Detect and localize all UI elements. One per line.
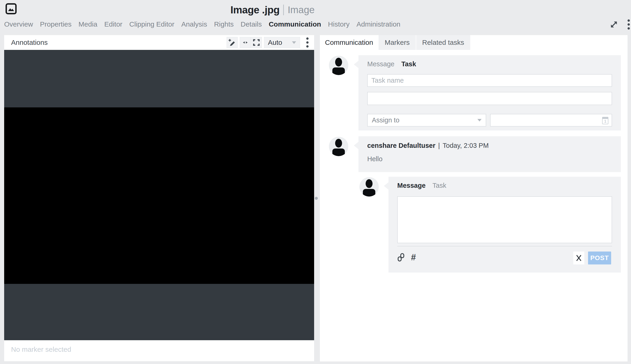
expand-arrows-icon: [609, 20, 619, 30]
header-menu-button[interactable]: [623, 19, 631, 30]
add-hashtag-button[interactable]: #: [408, 251, 418, 264]
due-date-input[interactable]: 1: [490, 114, 612, 126]
nav-tab-clipping-editor[interactable]: Clipping Editor: [129, 20, 174, 28]
page-title: Image .jpg Image: [180, 3, 365, 17]
nav-tab-overview[interactable]: Overview: [4, 20, 33, 28]
fit-width-button[interactable]: [240, 37, 251, 48]
mode-message[interactable]: Message: [367, 60, 394, 68]
zoom-level-select[interactable]: Auto: [264, 37, 300, 48]
task-composer: Message Task Assign to 1: [358, 55, 621, 130]
marker-status-text: No marker selected: [11, 340, 71, 361]
asset-type-label: Image: [288, 4, 314, 16]
mode-message[interactable]: Message: [397, 182, 426, 190]
avatar: [360, 177, 379, 196]
task-description-input[interactable]: [367, 92, 612, 105]
calendar-icon: 1: [602, 117, 608, 124]
communication-panel: Communication Markers Related tasks Mess…: [320, 35, 628, 362]
viewer-toolbar: Auto: [226, 37, 311, 48]
mode-task[interactable]: Task: [432, 182, 446, 190]
message-meta-divider: |: [438, 142, 440, 150]
nav-tab-history[interactable]: History: [328, 20, 350, 28]
composer-mode-toggle: Message Task: [367, 60, 416, 68]
asset-title: Image .jpg: [230, 4, 280, 16]
avatar: [329, 137, 348, 156]
avatar: [329, 56, 348, 75]
communication-tab-bar: Communication Markers Related tasks: [320, 35, 628, 50]
chevron-down-icon: [292, 41, 296, 44]
add-annotation-button[interactable]: [226, 37, 238, 48]
assign-to-label: Assign to: [372, 116, 399, 124]
message-author: censhare Defaultuser: [367, 142, 435, 150]
message-timestamp: Today, 2:03 PM: [443, 142, 489, 150]
tab-related-tasks[interactable]: Related tasks: [416, 35, 470, 50]
annotations-footer: No marker selected: [4, 340, 314, 361]
post-button[interactable]: POST: [588, 252, 611, 264]
fullscreen-brackets-icon: [252, 38, 261, 47]
avatar-person-icon: [366, 179, 372, 188]
tab-markers[interactable]: Markers: [378, 35, 416, 50]
nav-tab-communication[interactable]: Communication: [268, 20, 321, 28]
nav-tab-editor[interactable]: Editor: [104, 20, 122, 28]
avatar-person-icon: [335, 139, 342, 148]
nav-tab-media[interactable]: Media: [78, 20, 98, 28]
title-divider: [283, 4, 284, 15]
mode-task[interactable]: Task: [402, 60, 416, 68]
nav-tab-analysis[interactable]: Analysis: [181, 20, 207, 28]
annotations-panel-title: Annotations: [11, 35, 48, 50]
nav-tab-rights[interactable]: Rights: [214, 20, 234, 28]
close-x-icon: [575, 254, 582, 262]
chevron-down-icon: [478, 119, 482, 122]
kebab-menu-icon: [306, 38, 308, 48]
attach-link-button[interactable]: [396, 251, 406, 264]
nav-tab-administration[interactable]: Administration: [356, 20, 400, 28]
viewer-menu-button[interactable]: [304, 38, 311, 48]
composer-mode-toggle: Message Task: [397, 182, 446, 190]
asset-nav: Overview Properties Media Editor Clippin…: [4, 20, 400, 29]
image-asset-icon: [5, 3, 17, 15]
cancel-button[interactable]: [573, 252, 584, 264]
annotation-viewer-canvas[interactable]: [4, 50, 314, 340]
fullscreen-button[interactable]: [251, 37, 262, 48]
message-item: censhare Defaultuser | Today, 2:03 PM He…: [358, 136, 621, 172]
image-preview[interactable]: [4, 108, 314, 284]
nav-tab-details[interactable]: Details: [241, 20, 262, 28]
fit-width-icon: [241, 38, 250, 47]
assign-to-select[interactable]: Assign to: [367, 114, 486, 126]
composer-divider: [397, 246, 612, 246]
message-body-textarea[interactable]: [397, 196, 612, 243]
viewer-fit-group: [240, 37, 262, 48]
message-text: Hello: [367, 155, 382, 163]
zoom-level-value: Auto: [268, 38, 282, 46]
annotations-panel: Annotations Auto: [4, 35, 314, 361]
tab-communication[interactable]: Communication: [320, 35, 378, 50]
link-chain-icon: [396, 252, 405, 262]
pencil-plus-icon: [228, 38, 237, 47]
task-name-input[interactable]: [367, 74, 612, 87]
panel-splitter-handle[interactable]: [315, 197, 318, 200]
expand-fullscreen-button[interactable]: [608, 19, 620, 30]
nav-tab-properties[interactable]: Properties: [40, 20, 72, 28]
reply-composer: Message Task # POST: [388, 177, 621, 272]
avatar-person-icon: [335, 58, 342, 66]
kebab-menu-icon: [628, 20, 630, 30]
message-header: censhare Defaultuser | Today, 2:03 PM: [367, 142, 489, 150]
hashtag-icon: #: [411, 252, 416, 262]
